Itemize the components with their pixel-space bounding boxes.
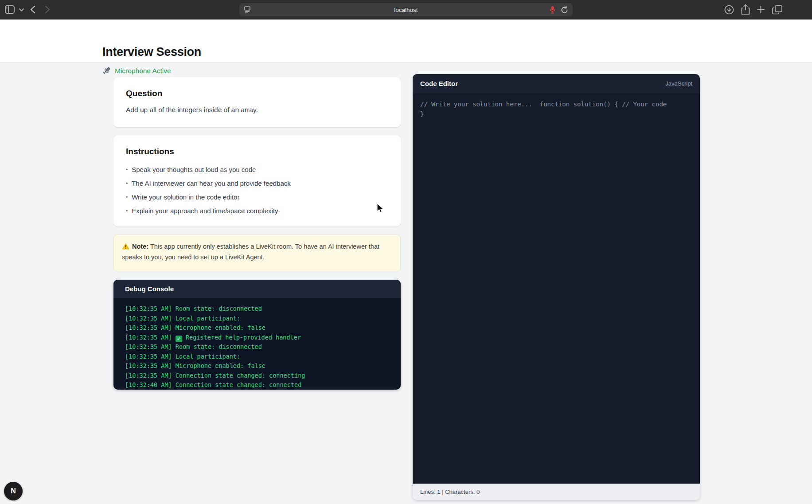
console-log-line: [10:32:40 AM] Connection state changed: … xyxy=(125,380,389,390)
console-log-line: [10:32:35 AM] Microphone enabled: false xyxy=(125,323,389,333)
code-editor-panel: Code Editor JavaScript // Write your sol… xyxy=(413,74,700,500)
address-bar[interactable]: localhost xyxy=(239,3,573,16)
note-label: Note: xyxy=(132,243,148,250)
debug-console-title: Debug Console xyxy=(125,285,174,293)
reload-icon[interactable] xyxy=(561,6,568,14)
instruction-item: The AI interviewer can hear you and prov… xyxy=(126,177,388,191)
debug-console-log[interactable]: [10:32:35 AM] Room state: disconnected[1… xyxy=(113,298,401,390)
debug-console: Debug Console [10:32:35 AM] Room state: … xyxy=(113,280,401,390)
microphone-status: Microphone Active xyxy=(102,66,171,75)
console-log-line: [10:32:35 AM] Local participant: xyxy=(125,314,389,324)
question-text: Add up all of the integers inside of an … xyxy=(126,106,388,114)
chevron-down-icon[interactable] xyxy=(19,8,24,12)
browser-window: localhost Interview Session Micr xyxy=(0,0,812,504)
note-banner: Note: This app currently only establishe… xyxy=(113,234,401,271)
check-icon: ✓ xyxy=(176,336,182,342)
language-badge: JavaScript xyxy=(665,80,692,87)
page-header: Interview Session Microphone Active xyxy=(0,20,812,63)
instructions-heading: Instructions xyxy=(126,147,388,156)
debug-console-header: Debug Console xyxy=(113,280,401,298)
code-editor-textarea[interactable]: // Write your solution here... function … xyxy=(413,93,700,484)
editor-status-text: Lines: 1 | Characters: 0 xyxy=(420,488,480,495)
browser-toolbar: localhost xyxy=(0,0,812,20)
microphone-status-label: Microphone Active xyxy=(115,67,171,75)
page-title: Interview Session xyxy=(102,45,201,59)
console-log-line: [10:32:35 AM] Room state: disconnected xyxy=(125,342,389,352)
microphone-icon xyxy=(102,66,111,75)
avatar[interactable]: N xyxy=(4,482,23,500)
code-line: // Write your solution here... function … xyxy=(420,99,692,109)
code-editor-header: Code Editor JavaScript xyxy=(413,74,700,93)
console-log-line: [10:32:35 AM] ✓ Registered help-provided… xyxy=(125,333,389,343)
note-text: This app currently only establishes a Li… xyxy=(122,243,379,261)
sidebar-icon[interactable] xyxy=(5,5,15,14)
console-log-line: [10:32:35 AM] Microphone enabled: false xyxy=(125,361,389,371)
question-heading: Question xyxy=(126,89,388,98)
instructions-list: Speak your thoughts out loud as you code… xyxy=(126,163,388,218)
share-icon[interactable] xyxy=(741,4,750,15)
code-editor-title: Code Editor xyxy=(420,80,458,87)
instruction-item: Speak your thoughts out loud as you code xyxy=(126,163,388,177)
url-text[interactable]: localhost xyxy=(239,7,573,13)
download-icon[interactable] xyxy=(724,5,734,15)
instructions-card: Instructions Speak your thoughts out lou… xyxy=(113,135,401,227)
back-icon[interactable] xyxy=(30,5,35,14)
warning-icon xyxy=(122,243,129,253)
editor-status-bar: Lines: 1 | Characters: 0 xyxy=(413,484,700,500)
tab-overview-icon[interactable] xyxy=(772,5,783,15)
instruction-item: Write your solution in the code editor xyxy=(126,191,388,204)
console-log-line: [10:32:35 AM] Room state: disconnected xyxy=(125,304,389,314)
console-log-line: [10:32:35 AM] Connection state changed: … xyxy=(125,371,389,381)
question-card: Question Add up all of the integers insi… xyxy=(113,77,401,127)
instruction-item: Explain your approach and time/space com… xyxy=(126,204,388,218)
console-log-line: [10:32:35 AM] Local participant: xyxy=(125,352,389,362)
avatar-letter: N xyxy=(11,487,16,495)
code-line: } xyxy=(420,109,692,119)
mic-recording-icon[interactable] xyxy=(550,6,555,14)
new-tab-icon[interactable] xyxy=(757,5,765,14)
forward-icon xyxy=(45,5,50,14)
